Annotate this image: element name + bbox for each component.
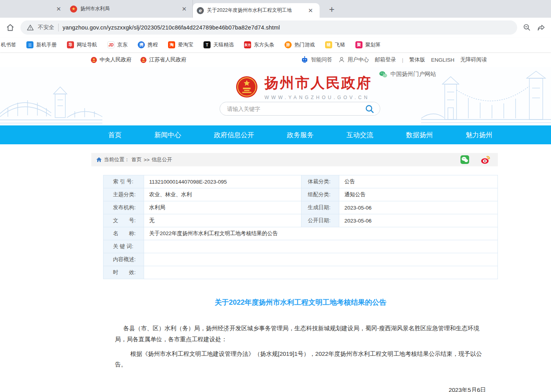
bookmarks-bar: 机书签 ☰ 新机手册 导 网址导航 JD 京东 携 携程 淘 爱淘宝 T 天猫精… — [0, 37, 551, 52]
url-omnibox[interactable]: 不安全 yangzhou.gov.cn/yzszxxgk/slj/202305/… — [20, 20, 517, 35]
tab-cropped[interactable]: ✕ — [0, 0, 67, 18]
english-link[interactable]: ENGLISH — [431, 57, 454, 63]
site-brand[interactable]: 扬州市人民政府 WWW.YANGZHOU.GOV.CN — [235, 74, 372, 100]
nav-data-yangzhou[interactable]: 数据扬州 — [406, 131, 433, 140]
taobao-icon: 淘 — [168, 41, 175, 48]
omnibox-divider — [58, 24, 59, 31]
site-search — [220, 102, 380, 116]
user-center-link[interactable]: 用户中心 — [338, 56, 369, 63]
new-tab-button[interactable]: + — [327, 4, 337, 15]
bookmark-jd[interactable]: JD 京东 — [107, 41, 128, 48]
weibo-share-icon[interactable] — [481, 155, 491, 164]
bookmark-phone-bookmarks[interactable]: 机书签 — [1, 41, 16, 48]
link-jiangsu-government[interactable]: 江苏省人民政府 — [140, 56, 187, 63]
search-input[interactable] — [220, 106, 359, 112]
bookmark-juhuasuan[interactable]: 聚 聚划算 — [355, 41, 381, 48]
smart-qa-label: 智能问答 — [311, 56, 332, 63]
browser-tab-strip: ✕ ★ 扬州市水利局 ✕ e 关于2022年度扬州市水利工程文明工地 ✕ + — [0, 0, 551, 18]
tab-title: 关于2022年度扬州市水利工程文明工地 — [207, 7, 302, 14]
breadcrumb-prefix: 当前位置： — [104, 156, 129, 163]
meta-value-issuer: 水利局 — [144, 201, 301, 214]
search-button[interactable] — [359, 102, 380, 115]
juhuasuan-icon: 聚 — [355, 41, 362, 48]
meta-label-summary: 内容概述: — [104, 253, 144, 266]
meta-label-created-date: 生成日期: — [301, 201, 339, 214]
home-icon[interactable] — [6, 23, 15, 32]
table-row: 文 号: 无 公开日期: 2023-05-06 — [104, 214, 497, 227]
meta-value-doc-no: 无 — [144, 214, 301, 227]
table-row: 关 键 词: — [104, 240, 497, 253]
meta-value-public-date: 2023-05-06 — [339, 214, 497, 227]
wechat-share-icon[interactable] — [460, 155, 470, 164]
bookmark-label: 聚划算 — [365, 41, 381, 48]
bookmark-label: 网址导航 — [77, 41, 97, 48]
share-icon[interactable] — [537, 23, 545, 32]
meta-value-keywords — [144, 240, 497, 253]
bookmark-new-phone-manual[interactable]: ☰ 新机手册 — [26, 41, 57, 48]
bridge-sketch-right — [421, 70, 551, 125]
smart-qa-link[interactable]: 智能问答 — [301, 56, 332, 64]
meta-value-summary — [144, 253, 497, 266]
site-name: 扬州市人民政府 — [264, 74, 372, 93]
traditional-chinese-link[interactable]: 繁体版 — [409, 56, 425, 63]
tab-yangzhou-water-bureau[interactable]: ★ 扬州市水利局 ✕ — [67, 0, 193, 18]
portal-label[interactable]: 中国扬州门户网站 — [379, 70, 436, 78]
tab-close-icon[interactable]: ✕ — [54, 4, 64, 14]
bookmark-url-navigation[interactable]: 导 网址导航 — [67, 41, 97, 48]
site-favicon: e — [197, 7, 204, 14]
nav-news-center[interactable]: 新闻中心 — [154, 131, 181, 140]
nav-interaction[interactable]: 互动交流 — [346, 131, 373, 140]
manual-icon: ☰ — [26, 41, 33, 48]
tab-close-icon[interactable]: ✕ — [179, 4, 189, 14]
user-center-label: 用户中心 — [348, 56, 369, 63]
bookmark-ctrip[interactable]: 携 携程 — [138, 41, 158, 48]
table-row: 时 效: — [104, 266, 497, 279]
meta-label-keywords: 关 键 词: — [104, 240, 144, 253]
breadcrumb-current[interactable]: 信息公开 — [152, 156, 172, 163]
table-row: 发布机构: 水利局 生成日期: 2023-05-06 — [104, 201, 497, 214]
gov-emblem-icon — [91, 57, 97, 63]
bookmark-label: 飞猪 — [335, 41, 345, 48]
tab-active-announcement[interactable]: e 关于2022年度扬州市水利工程文明工地 ✕ — [193, 3, 320, 18]
url-text[interactable]: yangzhou.gov.cn/yzszxxgk/slj/202305/210c… — [63, 24, 280, 31]
nav-gov-info-disclosure[interactable]: 政府信息公开 — [214, 131, 254, 140]
bookmark-fliggy[interactable]: 猪 飞猪 — [325, 41, 345, 48]
nav-home[interactable]: 首页 — [108, 131, 122, 140]
portal-label-text: 中国扬州门户网站 — [390, 70, 436, 78]
breadcrumb-home-link[interactable]: 首页 — [131, 156, 142, 163]
gov-emblem-favicon: ★ — [70, 6, 77, 13]
meta-label-issuer: 发布机构: — [104, 201, 144, 214]
table-row: 名 称: 关于2022年度扬州市水利工程文明工地考核结果的公告 — [104, 227, 497, 240]
meta-value-index-no: 11321000014407098E-2023-095 — [144, 175, 301, 188]
accessibility-link[interactable]: 无障碍阅读 — [460, 56, 487, 63]
meta-value-theme: 农业、林业、水利 — [144, 188, 301, 201]
tab-close-icon[interactable]: ✕ — [305, 6, 316, 16]
bookmark-label: 新机手册 — [36, 41, 57, 48]
bookmark-label: 爱淘宝 — [178, 41, 193, 48]
link-central-government[interactable]: 中央人民政府 — [91, 56, 131, 63]
security-status-label[interactable]: 不安全 — [38, 24, 54, 31]
bookmark-eastday[interactable]: 东方 东方头条 — [244, 41, 274, 48]
article-date: 2023年5月6日 — [103, 386, 498, 392]
bookmark-tmall[interactable]: T 天猫精选 — [203, 41, 234, 48]
bookmark-aitaobao[interactable]: 淘 爱淘宝 — [168, 41, 193, 48]
meta-value-created-date: 2023-05-06 — [339, 201, 497, 214]
nav-gov-services[interactable]: 政务服务 — [287, 131, 314, 140]
url-nav-icon: 导 — [67, 41, 74, 48]
meta-label-title: 名 称: — [104, 227, 144, 240]
nav-charm-yangzhou[interactable]: 魅力扬州 — [466, 131, 492, 140]
bookmark-hot-games[interactable]: 游 热门游戏 — [285, 41, 315, 48]
article-paragraph: 各县（市、区）水利（务）局，扬州经济开发区城乡事务管理局，生态科技新城规划建设局… — [115, 323, 486, 345]
meta-label-validity: 时 效: — [104, 266, 144, 279]
tmall-icon: T — [203, 41, 211, 48]
bookmark-label: 东方头条 — [254, 41, 274, 48]
zoom-out-icon[interactable] — [523, 23, 531, 32]
search-icon — [365, 104, 374, 114]
jd-icon: JD — [107, 41, 115, 48]
utility-divider: | — [402, 57, 403, 63]
national-emblem — [235, 75, 258, 98]
meta-label-genre: 体裁分类: — [301, 175, 339, 188]
ctrip-icon: 携 — [138, 41, 145, 48]
mail-login-link[interactable]: 邮箱登录 — [375, 56, 396, 63]
tab-title: 扬州市水利局 — [80, 6, 176, 12]
